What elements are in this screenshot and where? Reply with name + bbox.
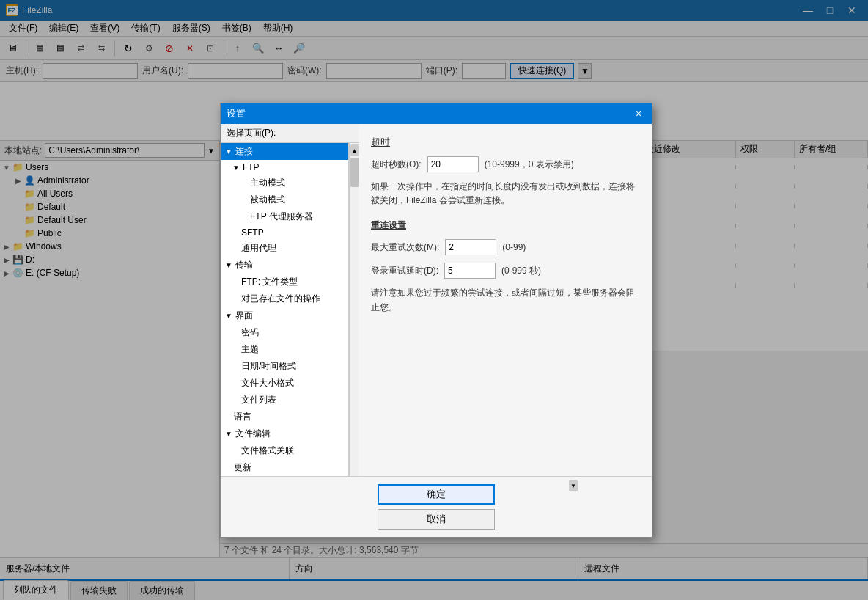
tree-node-label: 通用代理: [241, 242, 276, 255]
modal-overlay: 设置 × 选择页面(P): ▼ 连接 ▼: [0, 0, 868, 600]
tree-node-label: 密码: [241, 326, 259, 339]
tree-expand-icon: ▶: [225, 464, 231, 472]
timeout-description: 如果一次操作中，在指定的时间长度内没有发出或收到数据，连接将被关闭，FileZi…: [371, 180, 640, 208]
tree-expand-icon: ▶: [232, 295, 238, 303]
tree-node-label: FTP: 文件类型: [241, 276, 298, 288]
modal-ok-button[interactable]: 确定: [378, 484, 495, 505]
timeout-input[interactable]: [427, 156, 479, 172]
reconnect-max-row: 最大重试次数(M): (0-99): [371, 239, 640, 255]
tree-node-label: 文件格式关联: [241, 444, 294, 457]
timeout-label: 超时秒数(O):: [371, 158, 422, 171]
tree-expand-icon: ▶: [232, 329, 238, 337]
modal-tree-ftpproxy[interactable]: ▶ FTP 代理服务器: [221, 208, 348, 225]
reconnect-delay-label: 登录重试延时(D):: [371, 265, 438, 277]
tree-node-label: 更新: [234, 461, 251, 474]
modal-tree-update[interactable]: ▶ 更新: [221, 459, 348, 476]
modal-sidebar-inner: ▼ 连接 ▼ FTP ▶ 主动模式 ▶ 被动模式: [221, 143, 359, 476]
tree-expand-icon: ▼: [225, 261, 232, 269]
modal-tree-genericproxy[interactable]: ▶ 通用代理: [221, 240, 348, 257]
tree-node-label: FTP: [243, 162, 260, 172]
modal-tree-ftp[interactable]: ▼ FTP: [221, 160, 348, 175]
tree-node-label: 语言: [234, 411, 251, 423]
modal-sidebar-container: 选择页面(P): ▼ 连接 ▼ FTP ▶: [221, 124, 359, 476]
modal-tree-active[interactable]: ▶ 主动模式: [221, 175, 348, 191]
tree-expand-icon: ▼: [225, 430, 232, 438]
reconnect-delay-input[interactable]: [444, 263, 496, 279]
tree-node-label: 主动模式: [250, 177, 285, 189]
tree-node-label: 被动模式: [250, 194, 285, 206]
tree-node-label: 文件列表: [241, 394, 276, 406]
modal-titlebar: 设置 ×: [221, 103, 652, 124]
modal-tree-filelist[interactable]: ▶ 文件列表: [221, 392, 348, 409]
tree-expand-icon: ▶: [232, 229, 238, 237]
tree-node-label: 主题: [241, 343, 259, 356]
modal-footer: 确定 取消: [221, 476, 652, 537]
modal-tree-sftp[interactable]: ▶ SFTP: [221, 225, 348, 240]
reconnect-note: 请注意如果您过于频繁的尝试连接，或者间隔过短，某些服务器会阻止您。: [371, 286, 640, 314]
settings-modal: 设置 × 选择页面(P): ▼ 连接 ▼: [220, 103, 652, 538]
modal-tree-existingfile[interactable]: ▶ 对已存在文件的操作: [221, 290, 348, 307]
modal-tree-password[interactable]: ▶ 密码: [221, 324, 348, 341]
modal-tree-transfer[interactable]: ▼ 传输: [221, 257, 348, 274]
tree-expand-icon: ▶: [241, 213, 247, 221]
tree-expand-icon: ▶: [241, 196, 247, 204]
reconnect-max-input[interactable]: [445, 239, 496, 255]
tree-expand-icon: ▶: [232, 278, 238, 286]
modal-tree-language[interactable]: ▶ 语言: [221, 409, 348, 425]
modal-title: 设置: [227, 107, 246, 120]
modal-tree-fileassoc[interactable]: ▶ 文件格式关联: [221, 442, 348, 459]
tree-node-label: 连接: [235, 145, 253, 158]
tree-node-label: SFTP: [241, 227, 264, 238]
tree-expand-icon: ▶: [241, 179, 247, 187]
reconnect-delay-row: 登录重试延时(D): (0-999 秒): [371, 263, 640, 279]
page-select-label: 选择页面(P):: [221, 124, 359, 143]
modal-content-area: 超时 超时秒数(O): (10-9999，0 表示禁用) 如果一次操作中，在指定…: [359, 124, 652, 476]
tree-expand-icon: ▶: [232, 362, 238, 370]
modal-tree-ui[interactable]: ▼ 界面: [221, 307, 348, 324]
tree-node-label: 文件大小格式: [241, 377, 294, 389]
tree-node-label: 传输: [235, 259, 253, 271]
tree-node-label: FTP 代理服务器: [250, 211, 313, 223]
modal-body: 选择页面(P): ▼ 连接 ▼ FTP ▶: [221, 124, 652, 476]
modal-tree-datetime[interactable]: ▶ 日期/时间格式: [221, 358, 348, 375]
modal-tree-passive[interactable]: ▶ 被动模式: [221, 191, 348, 208]
tree-expand-icon: ▼: [225, 147, 232, 156]
modal-cancel-button[interactable]: 取消: [378, 509, 495, 530]
reconnect-section: 重连设置 最大重试次数(M): (0-99) 登录重试延时(D): (0-999…: [371, 219, 640, 314]
modal-tree-ftpfiletype[interactable]: ▶ FTP: 文件类型: [221, 274, 348, 290]
timeout-hint: (10-9999，0 表示禁用): [485, 158, 574, 171]
modal-scrollbar[interactable]: ▲ ▼: [349, 143, 359, 476]
modal-tree-theme[interactable]: ▶ 主题: [221, 341, 348, 358]
tree-node-label: 日期/时间格式: [241, 360, 296, 373]
tree-expand-icon: ▶: [232, 396, 238, 404]
modal-tree: ▼ 连接 ▼ FTP ▶ 主动模式 ▶ 被动模式: [221, 143, 349, 476]
modal-tree-connection[interactable]: ▼ 连接: [221, 143, 348, 160]
modal-close-button[interactable]: ×: [631, 106, 646, 121]
tree-expand-icon: ▼: [232, 164, 240, 172]
modal-tree-fileedit[interactable]: ▼ 文件编辑: [221, 425, 348, 442]
tree-expand-icon: ▶: [225, 413, 231, 421]
modal-tree-filesize[interactable]: ▶ 文件大小格式: [221, 375, 348, 392]
reconnect-max-hint: (0-99): [502, 242, 526, 252]
reconnect-title: 重连设置: [371, 219, 640, 232]
tree-node-label: 文件编辑: [235, 428, 271, 440]
reconnect-max-label: 最大重试次数(M):: [371, 241, 439, 254]
scroll-thumb[interactable]: [350, 158, 359, 187]
timeout-section-title: 超时: [371, 136, 640, 149]
tree-node-label: 界面: [235, 310, 253, 322]
tree-expand-icon: ▶: [232, 379, 238, 387]
timeout-row: 超时秒数(O): (10-9999，0 表示禁用): [371, 156, 640, 172]
tree-expand-icon: ▶: [232, 447, 238, 455]
tree-expand-icon: ▶: [232, 244, 238, 252]
reconnect-delay-hint: (0-999 秒): [501, 265, 541, 277]
tree-node-label: 对已存在文件的操作: [241, 293, 320, 305]
tree-expand-icon: ▼: [225, 312, 232, 320]
tree-expand-icon: ▶: [232, 345, 238, 354]
